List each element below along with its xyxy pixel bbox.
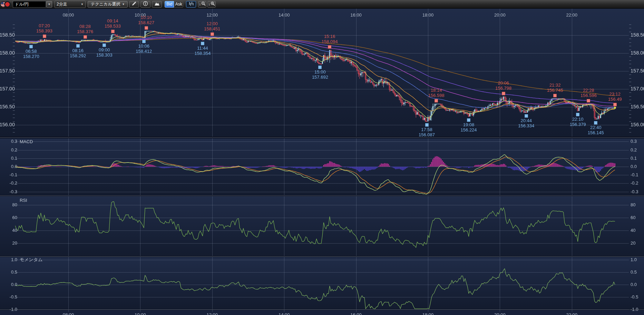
bid-button[interactable]: Bid: [165, 1, 174, 8]
currency-pair-value: ドル/円: [15, 2, 29, 7]
bid-ask-toggle: Bid Ask: [165, 1, 183, 8]
chart-type-button[interactable]: [186, 1, 196, 8]
zoom-out-button[interactable]: ↕: [198, 1, 206, 8]
chevron-down-icon: ▼: [48, 3, 51, 6]
chevron-down-icon: ▼: [122, 3, 125, 6]
area-chart-button[interactable]: [152, 1, 162, 8]
ask-button[interactable]: Ask: [174, 1, 183, 8]
info-button[interactable]: [140, 1, 150, 8]
bar-chart-icon: [188, 1, 194, 7]
chart-application: MACD RSI モメンタム 08:0008:0010:0010:0012:00…: [0, 0, 644, 315]
chart-canvas[interactable]: [0, 0, 644, 315]
technical-select-button[interactable]: テクニカル選択 ▼: [88, 1, 128, 8]
mountain-icon: [154, 1, 160, 7]
info-icon: [143, 1, 148, 7]
timeframe-select[interactable]: 2分足 ▼: [55, 1, 86, 8]
zoom-in-icon: [211, 1, 215, 7]
toolbar: ドル/円 ▼ 2分足 ▼ テクニカル選択 ▼ Bi: [0, 0, 644, 9]
timeframe-value: 2分足: [57, 1, 67, 7]
draw-tool-button[interactable]: [129, 1, 139, 8]
jpy-flag-icon: [4, 1, 10, 7]
vertical-arrows-icon: ↕: [199, 2, 201, 6]
vertical-arrows-icon: ↕: [208, 2, 210, 6]
currency-flags: [1, 1, 12, 7]
pencil-icon: [131, 1, 137, 7]
currency-pair-select[interactable]: ドル/円: [13, 1, 46, 8]
zoom-out-icon: [201, 1, 206, 7]
currency-pair-dropdown-button[interactable]: ▼: [46, 1, 52, 8]
chevron-down-icon: ▼: [81, 3, 84, 6]
zoom-in-button[interactable]: ↕: [207, 1, 216, 8]
